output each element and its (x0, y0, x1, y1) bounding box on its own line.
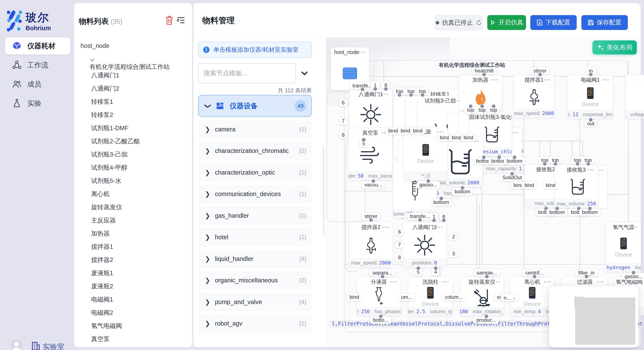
material-row[interactable]: 废液瓶1 (91, 269, 113, 278)
node-solenoid-valve-1[interactable]: 电磁阀1•••Devicevoltage: 12response_time: 0… (568, 75, 613, 119)
material-label[interactable]: 八通阀门2 (91, 85, 119, 92)
node-menu-icon[interactable]: ••• (452, 96, 460, 105)
port-chip-bottom[interactable]: bottom (546, 209, 568, 216)
material-label[interactable]: 搅拌器2 (91, 256, 113, 263)
material-row[interactable]: 有机化学流程综合测试工作站 (90, 57, 170, 71)
port-chip-out[interactable]: out (584, 120, 597, 127)
trash-icon[interactable] (165, 15, 173, 25)
port-chip-1[interactable]: 1 (371, 82, 379, 89)
material-row[interactable]: 电磁阀2 (91, 309, 113, 317)
node-eight-valve-2[interactable]: 八通阀门2•••positions: 8 (402, 222, 446, 267)
port-chip-6[interactable]: 6 (395, 228, 404, 236)
node-stirrer-2[interactable]: 搅拌器2•••max_speed: 2000 (349, 222, 393, 267)
material-row[interactable]: 电磁阀1 (91, 295, 113, 304)
port-chip-bottom[interactable]: bottom (452, 188, 473, 195)
category-item-liquid_handler[interactable]: ❯liquid_handler(4) (198, 250, 312, 268)
node-separator[interactable]: 分液器•••volume: 250has_phases: true (357, 277, 401, 316)
port-chip-7[interactable]: 7 (395, 241, 404, 248)
chevron-down-icon[interactable] (301, 69, 308, 77)
port-chip-bottom[interactable]: bottom (504, 157, 525, 165)
material-label[interactable]: 转移泵1 (91, 98, 113, 105)
port-chip-botto[interactable]: botto... (370, 316, 391, 324)
port-chip-vacuu[interactable]: vacuu... (362, 181, 385, 188)
material-label[interactable]: 加热器 (91, 230, 110, 237)
node-menu-icon[interactable]: ••• (630, 222, 638, 232)
search-input[interactable]: 搜索节点模板... (198, 63, 296, 83)
node-vacuum-pump[interactable]: 真空泵•••pump_rate: 50max_vacuum: 0.1 (348, 128, 392, 180)
category-item-characterization_optic[interactable]: ❯characterization_optic(1) (198, 164, 312, 181)
material-row[interactable]: 试剂瓶3-己烷 (91, 150, 128, 159)
port-chip-gasso[interactable]: gasso... (622, 273, 644, 280)
port-chip-colum[interactable]: colum... (442, 293, 466, 301)
material-label[interactable]: 旋转蒸发仪 (91, 204, 122, 210)
node-menu-icon[interactable]: ••• (436, 222, 444, 232)
material-label[interactable]: 电磁阀1 (91, 296, 113, 303)
port-chip-bottom[interactable]: bottom (579, 209, 600, 216)
port-chip-gasso[interactable]: gasso... (416, 181, 440, 188)
node-receiver-bottle-3[interactable]: 接收瓶3•••max_volume: 250 (554, 165, 598, 208)
material-label[interactable]: 废液瓶2 (91, 283, 113, 290)
port-chip-SolidOut[interactable]: SolidOut (500, 174, 525, 181)
port-chip-6[interactable]: 6 (339, 99, 347, 106)
node-menu-icon[interactable]: ••• (390, 277, 398, 286)
material-row[interactable]: 主反应器 (91, 216, 116, 225)
material-row[interactable]: 真空泵 (91, 335, 110, 344)
chevron-down-icon[interactable] (90, 57, 95, 63)
category-item-communication_devices[interactable]: ❯communication_devices(1) (198, 185, 312, 203)
port-chip-top[interactable]: top (405, 88, 417, 95)
port-chip-top[interactable]: top (549, 157, 562, 164)
material-label[interactable]: 试剂瓶1-DMF (91, 125, 129, 131)
collapse-icon[interactable] (177, 16, 185, 24)
node-menu-icon[interactable]: ••• (597, 277, 604, 286)
material-row[interactable]: 试剂瓶5-水 (91, 177, 122, 185)
port-chip-top[interactable]: top (476, 106, 488, 114)
sidebar-item-2[interactable]: 工作流 (5, 57, 70, 74)
node-stirrer-1[interactable]: 搅拌器1•••max_speed: 2000 (514, 75, 554, 118)
node-menu-icon[interactable]: ••• (587, 165, 595, 174)
node-menu-icon[interactable]: ••• (544, 277, 551, 286)
node-menu-icon[interactable]: ••• (602, 75, 610, 84)
port-chip-separa[interactable]: separa... (370, 269, 395, 276)
material-row[interactable]: 氢气电磁阀 (91, 322, 122, 330)
port-chip-n[interactable]: n... (501, 294, 514, 302)
port-chip-7[interactable]: 7 (339, 117, 347, 125)
category-item-organic_miscellaneous[interactable]: ❯organic_miscellaneous(2) (198, 272, 312, 289)
port-chip-heatchill[interactable]: heatchill (472, 67, 496, 74)
category-item-gas_handler[interactable]: ❯gas_handler(1) (198, 207, 312, 224)
material-row[interactable]: 八通阀门2 (91, 84, 119, 93)
material-row[interactable]: 搅拌器1 (91, 243, 113, 251)
material-label[interactable]: 试剂瓶5-水 (91, 177, 122, 184)
port-chip-filter_in[interactable]: filter_in (576, 269, 597, 276)
port-chip-produc[interactable]: produc... (474, 316, 499, 324)
material-row[interactable]: 转移泵2 (91, 111, 113, 119)
material-label[interactable]: 试剂瓶3-己烷 (91, 151, 128, 158)
port-chip-top[interactable]: top (464, 106, 477, 114)
category-item-camera[interactable]: ❯camera(1) (198, 120, 312, 138)
node-menu-icon[interactable]: ••• (442, 277, 450, 286)
material-label[interactable]: 主反应器 (91, 217, 116, 224)
port-chip-bind[interactable]: bind (543, 181, 558, 189)
port-chip-centrif[interactable]: centrif... (522, 269, 546, 276)
port-chip-transfe[interactable]: transfe... (407, 213, 432, 220)
material-row[interactable]: 废液瓶2 (91, 282, 113, 291)
material-label[interactable]: 转移泵2 (91, 111, 113, 118)
material-row[interactable]: 加热器 (91, 229, 110, 238)
sim-status-pill[interactable]: 仿真已停止 (434, 15, 483, 30)
material-label[interactable]: 八通阀门1 (91, 72, 119, 79)
node-filter[interactable]: 过滤器••• (562, 277, 607, 316)
refresh-icon[interactable] (476, 20, 482, 26)
node-solenoid-valve-2[interactable]: •••voltage: 12 (625, 75, 644, 119)
port-chip-bottom[interactable]: bottom (430, 199, 452, 206)
port-chip-um[interactable]: um... (398, 293, 415, 301)
port-chip-1[interactable]: 1 (430, 213, 438, 220)
node-menu-icon[interactable]: ••• (511, 128, 518, 137)
material-row[interactable]: 搅拌器2 (91, 256, 113, 264)
material-row[interactable]: 旋转蒸发仪 (91, 203, 122, 212)
material-label[interactable]: 搅拌器1 (91, 243, 113, 250)
port-chip-top[interactable]: top (393, 88, 406, 95)
port-chip-8[interactable]: 8 (395, 254, 404, 261)
port-chip-stirrer[interactable]: stirrer (362, 213, 380, 220)
sidebar-item-3[interactable]: 成员 (5, 76, 70, 93)
category-item-pump_and_valve[interactable]: ❯pump_and_valve(4) (198, 293, 312, 311)
port-chip-2[interactable]: 2 (449, 233, 458, 240)
